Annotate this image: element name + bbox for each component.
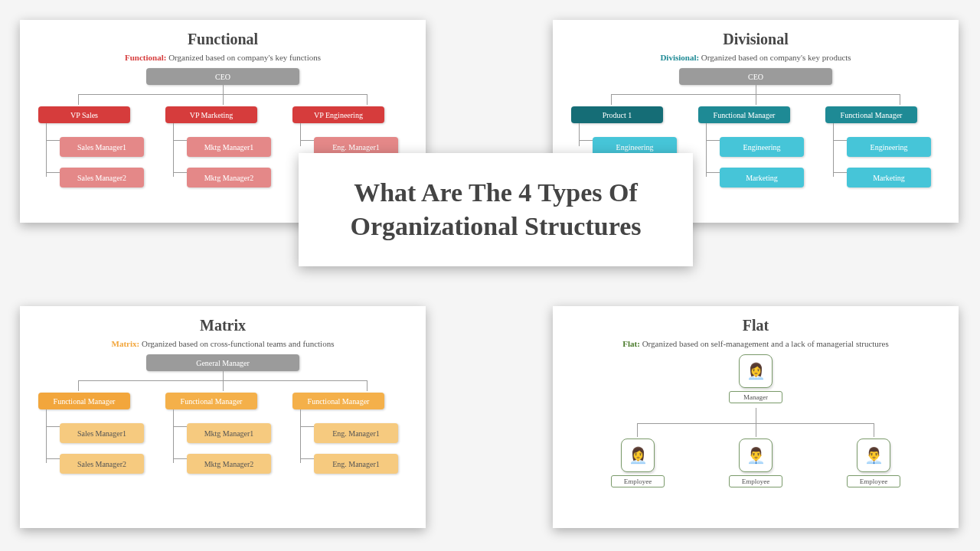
matrix-vp-2: Functional Manager <box>292 393 384 409</box>
matrix-leaf-0-0: Sales Manager1 <box>60 423 144 443</box>
matrix-vp-0: Functional Manager <box>38 393 130 409</box>
flat-employee-label: Employee <box>729 475 782 487</box>
matrix-sub-text: Organized based on cross-functional team… <box>142 339 335 348</box>
flat-manager: 👩‍💼 Manager <box>729 354 782 403</box>
functional-vp-0: VP Sales <box>38 106 130 123</box>
functional-title: Functional <box>34 31 412 48</box>
divisional-root-box: CEO <box>679 68 832 85</box>
flat-employee-1: 👨‍💼 Employee <box>729 439 782 487</box>
functional-sub-text: Organized based on company's key functio… <box>168 53 321 62</box>
flat-manager-label: Manager <box>729 391 782 403</box>
divisional-sub-text: Organized based on company's key product… <box>701 53 851 62</box>
functional-leaf-0-0: Sales Manager1 <box>60 137 144 157</box>
person-icon: 👨‍💼 <box>857 439 890 472</box>
matrix-subtitle: Matrix: Organized based on cross-functio… <box>34 339 412 348</box>
flat-title: Flat <box>567 317 945 334</box>
matrix-card: Matrix Matrix: Organized based on cross-… <box>20 306 426 528</box>
matrix-sub-label: Matrix: <box>112 339 140 348</box>
flat-card: Flat Flat: Organized based on self-manag… <box>553 306 959 528</box>
functional-vp-2: VP Engineering <box>292 106 384 123</box>
functional-sub-label: Functional: <box>125 53 166 62</box>
divisional-vp-0: Product 1 <box>571 106 663 123</box>
matrix-leaf-0-1: Sales Manager2 <box>60 454 144 474</box>
flat-org: 👩‍💼 Manager 👩‍💼 Employee 👨‍💼 Employee 👨‍… <box>567 354 945 507</box>
functional-subtitle: Functional: Organized based on company's… <box>34 53 412 62</box>
functional-leaf-1-1: Mktg Manager2 <box>187 168 271 187</box>
flat-employee-label: Employee <box>847 475 900 487</box>
matrix-vp-1: Functional Manager <box>165 393 257 409</box>
divisional-vp-1: Functional Manager <box>698 106 790 123</box>
functional-leaf-1-0: Mktg Manager1 <box>187 137 271 157</box>
person-icon: 👩‍💼 <box>621 439 655 472</box>
divisional-vp-2: Functional Manager <box>825 106 917 123</box>
flat-subtitle: Flat: Organized based on self-management… <box>567 339 945 348</box>
person-icon: 👩‍💼 <box>739 354 773 388</box>
divisional-leaf-2-1: Marketing <box>847 168 931 187</box>
matrix-title: Matrix <box>34 317 412 334</box>
flat-employee-0: 👩‍💼 Employee <box>611 439 665 487</box>
divisional-sub-label: Divisional: <box>660 53 699 62</box>
center-title: What Are The 4 Types Of Organizational S… <box>299 153 693 266</box>
flat-sub-text: Organized based on self-management and a… <box>642 339 889 348</box>
functional-leaf-0-1: Sales Manager2 <box>60 168 144 187</box>
matrix-root-box: General Manager <box>146 354 299 371</box>
matrix-leaf-1-0: Mktg Manager1 <box>187 423 271 443</box>
divisional-leaf-1-1: Marketing <box>720 168 804 187</box>
functional-root-box: CEO <box>146 68 299 85</box>
divisional-subtitle: Divisional: Organized based on company's… <box>567 53 945 62</box>
functional-vp-1: VP Marketing <box>165 106 257 123</box>
matrix-leaf-2-1: Eng. Manager1 <box>314 454 398 474</box>
flat-sub-label: Flat: <box>622 339 640 348</box>
divisional-leaf-1-0: Engineering <box>720 137 804 157</box>
matrix-leaf-1-1: Mktg Manager2 <box>187 454 271 474</box>
divisional-title: Divisional <box>567 31 945 48</box>
divisional-leaf-2-0: Engineering <box>847 137 931 157</box>
flat-employee-2: 👨‍💼 Employee <box>847 439 900 487</box>
flat-employee-label: Employee <box>611 475 665 487</box>
matrix-leaf-2-0: Eng. Manager1 <box>314 423 398 443</box>
person-icon: 👨‍💼 <box>739 439 773 472</box>
matrix-org: General Manager Functional Manager Sales… <box>34 354 412 484</box>
